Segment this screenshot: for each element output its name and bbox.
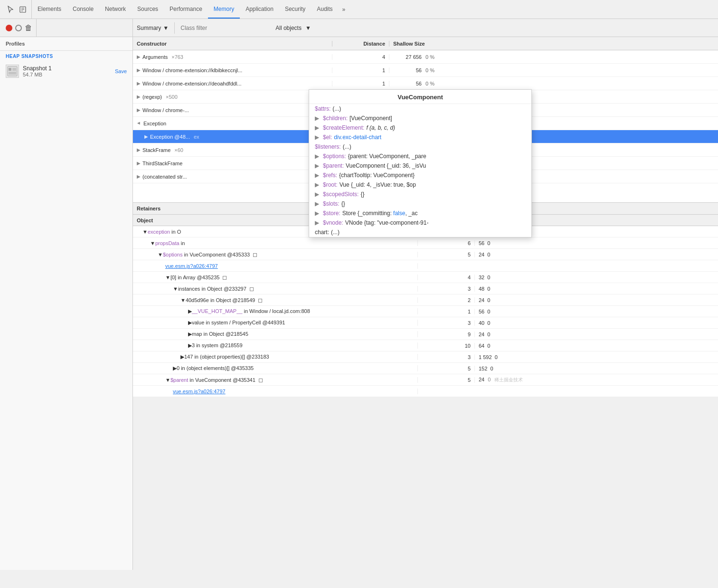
retainer-distance: 3: [418, 320, 475, 326]
retainer-row[interactable]: ▶__VUE_HOT_MAP__ in Window / local.jd.co…: [133, 306, 718, 317]
expand-icon: ▶: [315, 115, 319, 122]
square-icon: [258, 299, 262, 303]
retainer-shallow: 32 0: [475, 275, 718, 280]
tab-application[interactable]: Application: [240, 0, 279, 19]
retainer-object: ▶3 in system @218559: [133, 342, 418, 349]
square-icon: [250, 287, 254, 291]
expand-icon: ▶: [315, 134, 319, 141]
save-button[interactable]: Save: [115, 68, 127, 74]
tooltip-row: ▶ $createElement: f (a, b, c, d): [309, 123, 531, 133]
source-link[interactable]: vue.esm.js?a026:4797: [165, 263, 218, 269]
expand-icon: ▶: [315, 153, 319, 160]
snapshot-icon: [6, 65, 19, 78]
tooltip-row: ▶ $root: Vue {_uid: 4, _isVue: true, $op: [309, 180, 531, 190]
tab-memory[interactable]: Memory: [208, 0, 240, 19]
table-row[interactable]: ▶ Window / chrome-extension://deoahdfddl…: [133, 77, 718, 90]
inspect-icon[interactable]: [18, 5, 28, 14]
source-link[interactable]: vue.esm.js?a026:4797: [173, 389, 226, 394]
svg-rect-2: [9, 68, 11, 71]
table-row[interactable]: ▶ Arguments ×763 4 27 656 0 %: [133, 50, 718, 64]
retainer-shallow: 56 0: [475, 309, 718, 314]
expand-arrow-icon: ▶: [137, 54, 141, 59]
retainer-row[interactable]: vue.esm.js?a026:4797: [133, 386, 718, 397]
retainer-object: ▶value in system / PropertyCell @449391: [133, 320, 418, 326]
retainer-row[interactable]: ▼$options in VueComponent @435333 5 24 0: [133, 249, 718, 260]
square-icon: [223, 276, 227, 280]
retainer-row[interactable]: ▼[0] in Array @435235 4 32 0: [133, 272, 718, 283]
retainer-row[interactable]: ▼propsData in 6 56 0: [133, 237, 718, 249]
clear-button[interactable]: 🗑: [25, 24, 32, 32]
distance-cell: 1: [332, 67, 389, 73]
tab-network[interactable]: Network: [99, 0, 132, 19]
tooltip-row: ▶ $vnode: VNode {tag: "vue-component-91-: [309, 218, 531, 228]
tooltip-key: $scopedSlots:: [323, 191, 359, 198]
tooltip-value: Store {_committing: false, _ac: [342, 210, 418, 217]
tab-security[interactable]: Security: [279, 0, 311, 19]
dropdown-arrow-icon: ▼: [163, 25, 169, 31]
distance-cell: 1: [332, 81, 389, 86]
tab-performance[interactable]: Performance: [164, 0, 208, 19]
tooltip-key: $listeners:: [315, 143, 341, 150]
sub-toolbar: 🗑: [0, 19, 132, 37]
distance-column-header: Distance: [332, 41, 389, 47]
watermark: 稀土掘金技术: [492, 376, 525, 383]
tooltip-row: ▶ $refs: {chartTooltip: VueComponent}: [309, 171, 531, 180]
content-sub-toolbar: Summary ▼ All objects ▼: [133, 19, 718, 37]
retainer-row[interactable]: ▼$parent in VueComponent @435341 5 24 0 …: [133, 374, 718, 386]
retainer-row[interactable]: ▶0 in (object elements)[] @435335 5 152 …: [133, 363, 718, 374]
tooltip-row: $listeners: (...): [309, 142, 531, 152]
retainer-distance: 3: [418, 286, 475, 292]
retainer-row[interactable]: ▶map in Object @218545 9 24 0: [133, 329, 718, 340]
retainer-row[interactable]: ▶value in system / PropertyCell @449391 …: [133, 317, 718, 329]
table-row[interactable]: ▶ Window / chrome-extension://klbibkeccn…: [133, 64, 718, 77]
retainer-row[interactable]: ▼40d5d96e in Object @218549 2 24 0: [133, 294, 718, 306]
tab-audits[interactable]: Audits: [311, 0, 338, 19]
retainer-row[interactable]: vue.esm.js?a026:4797: [133, 260, 718, 272]
constructor-cell: ▶ Window / chrome-extension://klbibkeccn…: [133, 67, 332, 73]
expand-icon: ▶: [315, 181, 319, 188]
tooltip-value: Vue {_uid: 4, _isVue: true, $op: [340, 181, 416, 188]
tooltip-value: (...): [331, 229, 340, 236]
retainer-distance: 10: [418, 343, 475, 349]
tooltip-key: chart:: [315, 229, 329, 236]
expand-icon: ▶: [315, 172, 319, 179]
tab-elements[interactable]: Elements: [32, 0, 67, 19]
tooltip-value: f (a, b, c, d): [366, 124, 395, 131]
summary-dropdown[interactable]: Summary ▼: [133, 23, 172, 33]
retainer-shallow: 24 0: [475, 332, 718, 337]
retainer-distance: 4: [418, 275, 475, 280]
class-filter-input[interactable]: [177, 23, 272, 33]
retainer-shallow: 48 0: [475, 286, 718, 292]
tooltip-row: ▶ $el: div.exc-detail-chart: [309, 133, 531, 142]
tooltip-row: ▶ $children: [VueComponent]: [309, 114, 531, 123]
retainer-row[interactable]: ▶3 in system @218559 10 64 0: [133, 340, 718, 351]
retainer-object: ▼[0] in Array @435235: [133, 275, 418, 280]
expand-arrow-icon: ▶: [137, 67, 141, 73]
record-button[interactable]: [6, 25, 12, 31]
all-objects-dropdown[interactable]: All objects ▼: [272, 23, 315, 33]
cursor-icon[interactable]: [6, 5, 15, 14]
retainer-row[interactable]: ▶147 in (object properties)[] @233183 3 …: [133, 351, 718, 363]
retainer-distance: 2: [418, 297, 475, 303]
expand-arrow-icon: ▶: [144, 134, 148, 139]
retainer-shallow: 24 0: [475, 297, 718, 303]
retainer-object: ▼instances in Object @233297: [133, 286, 418, 292]
shallow-cell: 27 656 0 %: [389, 54, 718, 60]
retainer-distance: 9: [418, 332, 475, 337]
tab-sources[interactable]: Sources: [132, 0, 164, 19]
snapshot-item[interactable]: Snapshot 1 54.7 MB Save: [0, 62, 132, 81]
retainer-object: vue.esm.js?a026:4797: [133, 263, 418, 269]
more-tabs-button[interactable]: »: [339, 6, 350, 13]
retainer-row[interactable]: ▼instances in Object @233297 3 48 0: [133, 283, 718, 294]
snapshot-size: 54.7 MB: [23, 72, 111, 77]
devtools-toolbar-icons: [2, 0, 32, 19]
tooltip-row: chart: (...): [309, 228, 531, 237]
retainer-distance: 3: [418, 354, 475, 360]
tab-console[interactable]: Console: [67, 0, 99, 19]
tooltip-value: (...): [343, 143, 351, 150]
tooltip-row: ▶ $parent: VueComponent {_uid: 36, _isVu: [309, 161, 531, 171]
content-area: Summary ▼ All objects ▼ Constructor Dist…: [133, 19, 718, 570]
expand-icon: ▶: [315, 219, 319, 226]
tooltip-key: $el:: [323, 134, 332, 141]
stop-button[interactable]: [15, 25, 22, 31]
